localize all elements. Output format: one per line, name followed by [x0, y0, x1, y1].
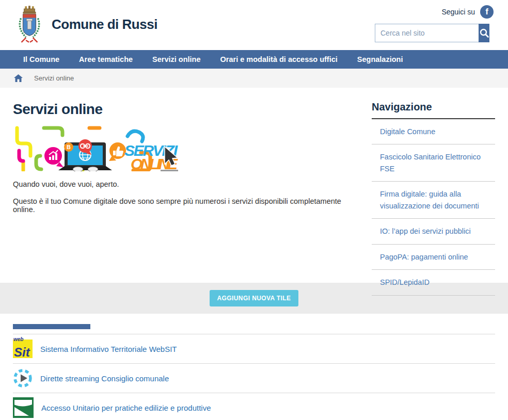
sidebar-item: Firma digitale: guida alla visualizzazio…: [372, 182, 495, 219]
sidebar-item: SPID/LepidaID: [372, 270, 495, 295]
content-area: Servizi online: [0, 88, 508, 283]
search-input[interactable]: [375, 24, 479, 42]
sidebar-link-spid-lepidaid[interactable]: SPID/LepidaID: [380, 277, 493, 288]
websit-badge-main-text: Sit: [14, 345, 30, 360]
service-link-streaming[interactable]: Dirette streaming Consiglio comunale: [13, 364, 495, 393]
breadcrumb-current: Servizi online: [34, 74, 74, 82]
sidebar-link-digitale-comune[interactable]: Digitale Comune: [380, 126, 493, 137]
home-icon[interactable]: [14, 74, 23, 83]
sidebar-link-firma-digitale[interactable]: Firma digitale: guida alla visualizzazio…: [380, 188, 493, 212]
site-logo-link[interactable]: Comune di Russi: [14, 4, 157, 44]
section-accent-bar: [13, 324, 90, 329]
follow-us-label: Seguici su: [441, 8, 475, 16]
intro-paragraph-1: Quando vuoi, dove vuoi, aperto.: [13, 180, 364, 188]
breadcrumb: Servizi online: [0, 69, 508, 88]
sidebar-link-io-app[interactable]: IO: l’app dei servizi pubblici: [380, 225, 493, 237]
add-new-tile-button[interactable]: AGGIUNGI NUOVA TILE: [210, 290, 299, 306]
page-title: Servizi online: [13, 101, 364, 118]
nav-item-orari-uffici[interactable]: Orari e modalità di accesso uffici: [211, 55, 347, 63]
nav-item-servizi-online[interactable]: Servizi online: [142, 55, 210, 63]
service-label: Accesso Unitario per pratiche edilizie e…: [41, 403, 211, 412]
websit-badge-top-text: web: [13, 336, 23, 342]
websit-logo-icon: web Sit: [13, 340, 33, 358]
site-title: Comune di Russi: [52, 17, 157, 33]
service-link-websit[interactable]: web Sit Sistema Informativo Territoriale…: [13, 334, 495, 364]
coat-of-arms-icon: [14, 4, 44, 44]
servizi-online-banner-image: B SERVIZI ONLINE: [13, 125, 364, 171]
site-search: [375, 24, 489, 42]
sidebar-title: Navigazione: [372, 101, 495, 119]
nav-item-segnalazioni[interactable]: Segnalazioni: [347, 55, 413, 63]
site-header: Comune di Russi Seguici su f: [0, 0, 508, 50]
service-label: Sistema Informativo Territoriale WebSIT: [40, 345, 177, 353]
service-link-accesso-unitario[interactable]: Accesso Unitario per pratiche edilizie e…: [13, 393, 495, 420]
streaming-play-icon: [13, 368, 33, 388]
nav-item-il-comune[interactable]: Il Comune: [13, 55, 69, 63]
sidebar-item: Digitale Comune: [372, 119, 495, 144]
sidebar-item: PagoPA: pagamenti online: [372, 245, 495, 270]
magnifier-icon: [479, 28, 489, 38]
banner-bubble-letter: B: [67, 144, 71, 150]
intro-paragraph-2: Questo è il tuo Comune digitale dove son…: [13, 197, 364, 214]
main-column: Servizi online: [13, 101, 364, 283]
services-section: web Sit Sistema Informativo Territoriale…: [0, 324, 508, 420]
nav-item-aree-tematiche[interactable]: Aree tematiche: [69, 55, 142, 63]
main-nav: Il Comune Aree tematiche Servizi online …: [0, 50, 508, 69]
header-right: Seguici su f: [375, 5, 494, 42]
search-button[interactable]: [479, 24, 489, 42]
sidebar-link-pagopa[interactable]: PagoPA: pagamenti online: [380, 251, 493, 263]
accesso-unitario-icon: [13, 397, 34, 418]
service-label: Dirette streaming Consiglio comunale: [40, 374, 169, 383]
sidebar-item: Fascicolo Sanitario Elettronico FSE: [372, 144, 495, 182]
sidebar-item: IO: l’app dei servizi pubblici: [372, 219, 495, 244]
sidebar-link-fascicolo-sanitario[interactable]: Fascicolo Sanitario Elettronico FSE: [380, 151, 493, 174]
sidebar-navigation: Navigazione Digitale Comune Fascicolo Sa…: [372, 101, 495, 283]
facebook-icon[interactable]: f: [480, 5, 494, 19]
